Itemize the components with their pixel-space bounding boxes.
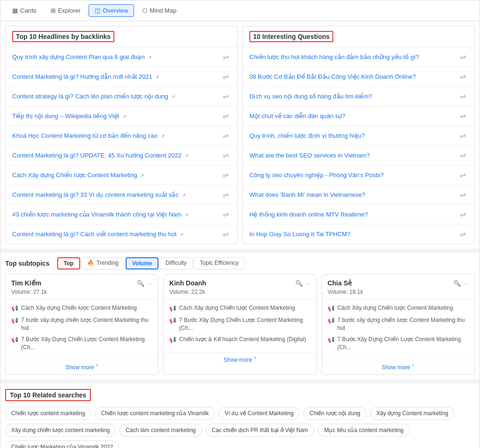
related-tag[interactable]: Mục tiêu của content marketing — [318, 424, 409, 437]
card-list-item[interactable]: 📢 Cách Xây dựng Chiến lược Content Marke… — [169, 304, 310, 313]
card-list-item[interactable]: 📢 7 Bước Xây Dựng Chiến Lược Content Mar… — [169, 316, 310, 332]
subtopic-card-tim-kiem: Tim Kiếm 🔍 ··· Volume: 27.1k 📢 Cách Xây … — [5, 274, 158, 375]
mindmap-icon: ⬡ — [142, 7, 147, 14]
sort-icon[interactable]: ⇌ — [221, 52, 231, 62]
sort-icon[interactable]: ⇌ — [221, 111, 231, 121]
card-list-item[interactable]: 📢 7 Bước Xây Dựng Chiến Lược Content Mar… — [328, 336, 469, 351]
filter-tab-top[interactable]: Top — [57, 257, 80, 269]
filter-tab-difficulty[interactable]: Difficulty — [159, 257, 193, 269]
sort-icon[interactable]: ⇌ — [458, 150, 468, 161]
list-item[interactable]: Cách Xây dựng Chiến lược Content Marketi… — [6, 165, 237, 185]
sort-icon[interactable]: ⇌ — [221, 71, 231, 82]
sort-icon[interactable]: ⇌ — [458, 189, 468, 200]
list-item[interactable]: Content marketing là gì? 33 Ví dụ conten… — [6, 185, 237, 205]
card-list-item[interactable]: 📢 7 bước xây dựng chiến lược Content Mar… — [328, 316, 469, 332]
related-tag[interactable]: Chiến lược content marketing của Vinamil… — [95, 407, 215, 420]
card-list-item[interactable]: 📢 7 bước xây dựng chiến lược Content Mar… — [11, 316, 152, 332]
sort-icon[interactable]: ⇌ — [458, 229, 468, 239]
sort-icon[interactable]: ⇌ — [221, 170, 231, 180]
sort-icon[interactable]: ⇌ — [458, 130, 468, 141]
sort-icon[interactable]: ⇌ — [221, 130, 231, 141]
related-tag[interactable]: Chiến lược nội dung — [303, 407, 366, 420]
megaphone-icon: 📢 — [328, 305, 335, 313]
search-icon[interactable]: 🔍 — [295, 280, 303, 287]
tab-mindmap[interactable]: ⬡ Mind Map — [136, 4, 182, 17]
filter-tab-efficiency[interactable]: Topic Efficiency — [194, 257, 244, 269]
sort-icon[interactable]: ⇌ — [221, 189, 231, 200]
sort-icon[interactable]: ⇌ — [221, 209, 231, 220]
list-item[interactable]: Công ty seo chuyên nghiệp - Phòng Vân's … — [243, 165, 474, 185]
related-tag[interactable]: Chiến lược Marketing của Vinamilk 2022 — [5, 441, 119, 448]
show-more-button[interactable]: Show more ˅ — [164, 352, 316, 367]
more-icon[interactable]: ··· — [464, 280, 469, 287]
sort-icon[interactable]: ⇌ — [221, 91, 231, 102]
cards-row: Tim Kiếm 🔍 ··· Volume: 27.1k 📢 Cách Xây … — [5, 274, 475, 375]
list-item[interactable]: #3 chiến lược marketing của Vinamilk thà… — [6, 205, 237, 224]
related-tag[interactable]: Chiến lược content marketing — [5, 407, 91, 420]
tab-mindmap-label: Mind Map — [150, 7, 176, 14]
more-icon[interactable]: ··· — [306, 280, 311, 287]
tab-cards[interactable]: ▦ Cards — [6, 4, 43, 17]
cards-icon: ▦ — [12, 7, 18, 14]
sort-icon[interactable]: ⇌ — [458, 170, 468, 180]
related-tag[interactable]: Xây dựng Content marketing — [370, 407, 454, 420]
tab-explorer[interactable]: ⊞ Explorer — [45, 4, 87, 17]
list-item[interactable]: Content Marketing là gì? UPDATE: 45 Xu h… — [6, 146, 237, 165]
questions-title: 10 Interesting Questions — [249, 31, 333, 42]
list-item[interactable]: In Hop Giay So Luong It Tai TPHCM? ⇌ — [243, 224, 474, 244]
card-list-item[interactable]: 📢 7 Bước Xây Dựng Chiến Lược Content Mar… — [11, 336, 152, 351]
related-title: Top 10 Related searches — [5, 389, 91, 401]
card-volume: Volume: 22.2k — [164, 289, 316, 299]
search-icon[interactable]: 🔍 — [137, 280, 144, 287]
list-item[interactable]: What are the best SEO services in Vietna… — [243, 146, 474, 165]
related-tag[interactable]: Cách làm content marketing — [120, 424, 202, 437]
list-item[interactable]: Content marketing là gì? Cách viết conte… — [6, 224, 237, 244]
subtopics-title: Top subtopics — [5, 260, 50, 267]
sort-icon[interactable]: ⇌ — [458, 209, 468, 220]
subtopics-section: Top subtopics Top 🔥 Trending Volume Diff… — [5, 253, 475, 380]
tags-container: Chiến lược content marketing Chiến lược … — [5, 407, 475, 448]
list-item[interactable]: Chiến lược thu hút khách hàng cần đảm bả… — [243, 47, 474, 67]
list-item[interactable]: Dịch vụ seo nội dung số hàng đầu tìm kiế… — [243, 87, 474, 106]
list-item[interactable]: Quy trình xây dựng Content Plan qua 6 gi… — [6, 47, 237, 67]
show-more-button[interactable]: Show more ˅ — [322, 360, 474, 374]
related-tag[interactable]: Xây dựng chiến lược content marketing — [5, 424, 116, 437]
filter-tab-trending[interactable]: 🔥 Trending — [81, 257, 125, 269]
list-item[interactable]: Tiếp thị nội dung – Wikipedia tiếng Việt… — [6, 106, 237, 126]
search-icon[interactable]: 🔍 — [453, 280, 461, 287]
list-item[interactable]: Khoá Học Content Marketing từ cơ bản đến… — [6, 126, 237, 146]
card-title: Chia Sẻ — [328, 279, 352, 287]
sort-icon[interactable]: ⇌ — [458, 71, 468, 82]
list-item[interactable]: Một chút về các diễn đàn quân sự? ⇌ — [243, 106, 474, 126]
sort-icon[interactable]: ⇌ — [458, 52, 468, 62]
card-list-item[interactable]: 📢 Chiến lược & Kế hoạch Content Marketin… — [169, 336, 310, 344]
card-list-item[interactable]: 📢 Cách Xây dựng Chiến lược Content Marke… — [11, 304, 152, 313]
explorer-icon: ⊞ — [51, 7, 56, 14]
tab-overview[interactable]: ◫ Overview — [89, 4, 134, 17]
filter-tab-volume[interactable]: Volume — [126, 257, 158, 269]
tab-cards-label: Cards — [20, 7, 37, 14]
megaphone-icon: 📢 — [328, 317, 335, 325]
list-item[interactable]: Content strategy là gì? Cách lên plan ch… — [6, 87, 237, 106]
list-item[interactable]: Hệ thống kinh doanh online MTV Realtime?… — [243, 205, 474, 224]
list-item[interactable]: Quy trình, chiến lược định vị thương hiệ… — [243, 126, 474, 146]
headlines-list: Quy trình xây dựng Content Plan qua 6 gi… — [6, 47, 237, 244]
related-tag[interactable]: Ví dụ về Content Marketing — [218, 407, 300, 420]
card-list-item[interactable]: 📢 Cách Xây dựng Chiến lược Content Marke… — [328, 304, 469, 313]
list-item[interactable]: What does 'Banh Mi' mean in Vietnamese? … — [243, 185, 474, 205]
list-item[interactable]: 08 Bước Cơ Bản Để Bắt Đầu Công Việc Kinh… — [243, 67, 474, 87]
sort-icon[interactable]: ⇌ — [458, 111, 468, 121]
show-more-button[interactable]: Show more ˅ — [6, 360, 158, 374]
megaphone-icon: 📢 — [11, 317, 18, 325]
more-icon[interactable]: ··· — [147, 280, 152, 287]
list-item[interactable]: Content Marketing là gì? Hướng dẫn mới n… — [6, 67, 237, 87]
subtopic-card-kinh-doanh: Kinh Doanh 🔍 ··· Volume: 22.2k 📢 Cách Xâ… — [163, 274, 316, 375]
sort-icon[interactable]: ⇌ — [221, 229, 231, 239]
megaphone-icon: 📢 — [11, 305, 18, 313]
sort-icon[interactable]: ⇌ — [221, 150, 231, 161]
related-tag[interactable]: Các chiến dịch PR thất bại ở Việt Nam — [206, 424, 315, 437]
card-volume: Volume: 27.1k — [6, 289, 158, 299]
card-body: 📢 Cách Xây dựng Chiến lược Content Marke… — [322, 299, 474, 360]
sort-icon[interactable]: ⇌ — [458, 91, 468, 102]
filter-tabs: Top 🔥 Trending Volume Difficulty Topic E… — [57, 257, 245, 269]
